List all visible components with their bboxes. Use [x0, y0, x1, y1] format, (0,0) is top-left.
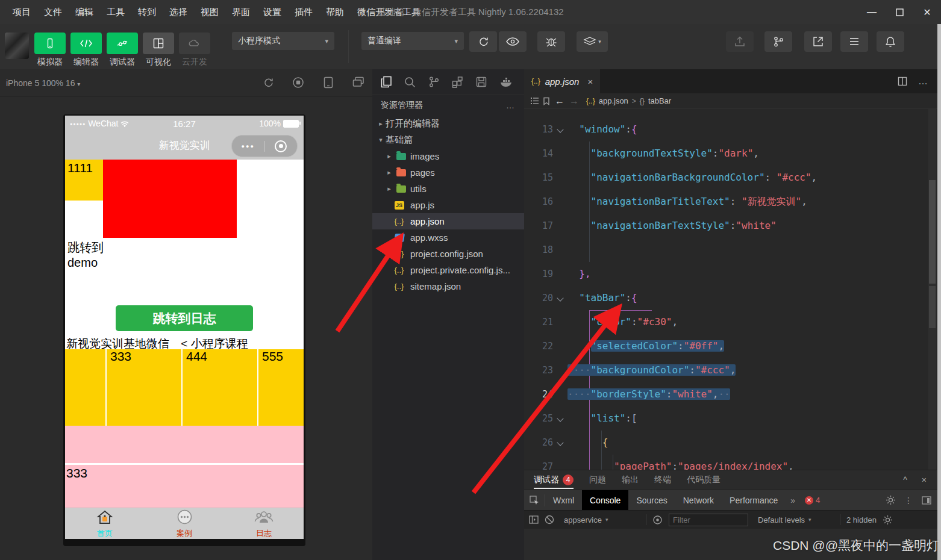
code-line-14[interactable]: 14 "backgroundTextStyle":"dark", [524, 142, 937, 166]
panel-tab-输出[interactable]: 输出 [622, 470, 639, 490]
code-line-15[interactable]: 15 "navigationBarBackgroundColor": "#ccc… [524, 166, 937, 190]
code-line-17[interactable]: 17 "navigationBarTextStyle":"white" [524, 214, 937, 238]
source-control-icon[interactable] [428, 76, 439, 88]
close-miniprogram-icon[interactable] [265, 140, 298, 152]
panel-tab-调试器[interactable]: 调试器4 [534, 470, 574, 490]
menu-item-编辑[interactable]: 编辑 [69, 0, 100, 24]
console-sidebar-icon[interactable] [529, 515, 539, 524]
clear-console-icon[interactable] [545, 515, 554, 524]
file-row-utils[interactable]: utils [372, 181, 524, 197]
menu-item-视图[interactable]: 视图 [194, 0, 225, 24]
code-line-19[interactable]: 19 }, [524, 262, 937, 286]
preview-button[interactable] [499, 31, 527, 52]
overflow-tabs-icon[interactable]: » [786, 496, 800, 505]
more-actions-icon[interactable]: … [506, 101, 516, 110]
editor-toggle[interactable]: 编辑器 [70, 33, 102, 67]
error-counter[interactable]: ✕ 4 [800, 496, 825, 505]
menu-item-插件[interactable]: 插件 [288, 0, 319, 24]
extensions-icon[interactable] [452, 76, 463, 88]
code-line-13[interactable]: 13 "window":{ [524, 117, 937, 142]
menu-item-帮助[interactable]: 帮助 [319, 0, 351, 24]
jump-to-logs-button[interactable]: 跳转到日志 [116, 305, 253, 331]
device-frame-icon[interactable] [324, 76, 333, 89]
upload-button[interactable] [726, 31, 754, 52]
panel-tab-代码质量[interactable]: 代码质量 [687, 470, 721, 490]
more-dots-icon[interactable] [232, 143, 264, 149]
inspect-element-icon[interactable] [524, 494, 545, 506]
code-line-26[interactable]: 26 { [524, 431, 937, 455]
device-debug-button[interactable] [537, 31, 565, 52]
devtools-tab-Sources[interactable]: Sources [628, 490, 675, 510]
fold-chevron-icon[interactable] [553, 406, 567, 431]
version-control-button[interactable] [764, 31, 792, 52]
details-button[interactable] [840, 31, 868, 52]
breadcrumb-symbol[interactable]: tabBar [648, 96, 671, 105]
devtools-settings-icon[interactable] [886, 495, 896, 505]
file-row-pages[interactable]: pages [372, 164, 524, 181]
split-editor-icon[interactable] [898, 76, 907, 86]
file-row-app.wxss[interactable]: Wapp.wxss [372, 229, 524, 246]
kebab-menu-icon[interactable]: ⋮ [904, 496, 913, 505]
code-area[interactable]: 13 "window":{14 "backgroundTextStyle":"d… [524, 109, 937, 470]
restart-icon[interactable] [262, 76, 274, 89]
maximize-button[interactable] [886, 0, 913, 24]
file-row-images[interactable]: images [372, 148, 524, 164]
menu-item-文件[interactable]: 文件 [37, 0, 69, 24]
user-avatar[interactable] [5, 33, 29, 59]
menu-item-微信开发者工具[interactable]: 微信开发者工具 [351, 0, 427, 24]
console-filter-input[interactable] [669, 514, 748, 526]
capsule-menu[interactable] [231, 135, 298, 157]
file-row-project.private.config.js...[interactable]: {..}project.private.config.js... [372, 262, 524, 278]
back-arrow-icon[interactable]: ← [555, 96, 564, 107]
log-levels-dropdown[interactable]: Default levels ▾ [754, 514, 834, 526]
storage-icon[interactable] [476, 76, 487, 88]
messages-button[interactable] [877, 31, 904, 52]
tabbar-item-日志[interactable]: 日志 [224, 508, 304, 539]
forward-arrow-icon[interactable]: → [569, 96, 579, 107]
test-account-button[interactable] [804, 31, 832, 52]
menu-item-转到[interactable]: 转到 [131, 0, 163, 24]
project-root-section[interactable]: 基础篇 [372, 132, 524, 148]
scrollbar-thumb[interactable] [929, 286, 936, 328]
devtools-tab-Console[interactable]: Console [582, 490, 628, 510]
code-line-24[interactable]: 24····"borderStyle":"white",·· [524, 382, 937, 406]
compile-mode-dropdown[interactable]: 普通编译 ▾ [361, 32, 464, 50]
docker-icon[interactable] [500, 77, 513, 87]
code-line-18[interactable]: 18 [524, 238, 937, 262]
devtools-tab-Wxml[interactable]: Wxml [545, 490, 582, 510]
devtools-tab-Performance[interactable]: Performance [722, 490, 786, 510]
fold-chevron-icon[interactable] [553, 431, 567, 455]
fold-chevron-icon[interactable] [553, 117, 567, 142]
caption-link[interactable]: < 小程序课程 [181, 337, 248, 350]
stop-icon[interactable] [292, 76, 304, 89]
close-panel-icon[interactable]: × [922, 475, 927, 485]
menu-item-项目[interactable]: 项目 [6, 0, 37, 24]
menu-item-工具[interactable]: 工具 [100, 0, 131, 24]
visual-toggle[interactable]: 可视化 [143, 33, 174, 67]
dock-side-icon[interactable] [922, 496, 931, 505]
panel-tab-问题[interactable]: 问题 [589, 470, 606, 490]
device-selector[interactable]: iPhone 5 100% 16 ▾ [6, 78, 80, 88]
tabbar-item-首页[interactable]: 首页 [65, 508, 145, 539]
fold-chevron-icon[interactable] [553, 286, 567, 310]
file-row-project.config.json[interactable]: {..}project.config.json [372, 246, 524, 262]
mode-dropdown[interactable]: 小程序模式 ▾ [232, 32, 334, 50]
panel-tab-终端[interactable]: 终端 [654, 470, 671, 490]
float-window-icon[interactable] [352, 76, 364, 87]
collapse-panel-icon[interactable]: ^ [903, 475, 907, 485]
tab-app-json[interactable]: {..} app.json × [524, 69, 600, 93]
code-line-21[interactable]: 21 "color":"#c30", [524, 310, 937, 334]
search-icon[interactable] [404, 76, 416, 88]
file-row-app.js[interactable]: JSapp.js [372, 197, 524, 213]
breadcrumb-file[interactable]: app.json [599, 96, 628, 105]
file-row-app.json[interactable]: {..}app.json [372, 213, 524, 229]
open-editors-section[interactable]: 打开的编辑器 [372, 116, 524, 132]
tabbar-item-案例[interactable]: 案例 [145, 508, 224, 539]
console-settings-icon[interactable] [883, 515, 893, 525]
code-line-23[interactable]: 23····"backgroundColor":"#ccc", [524, 358, 937, 382]
menu-item-设置[interactable]: 设置 [257, 0, 288, 24]
clear-cache-button[interactable]: ▾ [577, 31, 608, 52]
code-line-27[interactable]: 27 "pagePath":"pages/index/index", [524, 455, 937, 470]
bookmark-icon[interactable] [543, 97, 550, 105]
scrollbar-thumb[interactable] [929, 180, 936, 284]
